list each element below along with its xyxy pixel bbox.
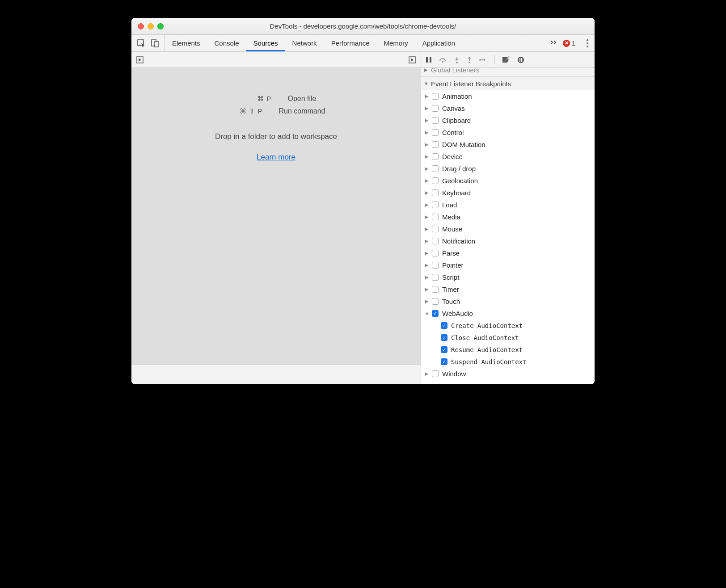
category-checkbox[interactable] — [432, 117, 439, 124]
event-category[interactable]: Control — [421, 126, 595, 139]
category-checkbox[interactable] — [432, 250, 439, 256]
show-debugger-icon[interactable] — [408, 56, 416, 64]
svg-point-8 — [456, 62, 458, 63]
category-checkbox[interactable] — [432, 153, 439, 160]
category-checkbox[interactable] — [432, 177, 439, 184]
breakpoint-checkbox[interactable] — [441, 334, 447, 341]
event-category[interactable]: Mouse — [421, 223, 595, 235]
chevron-down-icon — [425, 311, 430, 316]
pause-icon[interactable] — [426, 57, 432, 63]
breakpoint-checkbox[interactable] — [441, 346, 447, 353]
category-checkbox[interactable] — [432, 202, 439, 208]
category-label: Touch — [442, 298, 460, 305]
settings-menu-icon[interactable] — [587, 39, 588, 47]
step-into-icon[interactable] — [454, 56, 460, 63]
event-category[interactable]: WebAudio — [421, 307, 595, 319]
breakpoint-label: Resume AudioContext — [451, 346, 523, 353]
maximize-window-button[interactable] — [157, 23, 164, 29]
category-checkbox[interactable] — [432, 262, 439, 269]
error-badge[interactable]: ✕ 1 — [563, 40, 575, 47]
tab-elements[interactable]: Elements — [165, 35, 207, 51]
event-category[interactable]: Notification — [421, 235, 595, 247]
category-checkbox[interactable] — [432, 214, 439, 220]
category-checkbox[interactable] — [432, 93, 439, 100]
svg-point-13 — [518, 57, 524, 63]
event-category[interactable]: Clipboard — [421, 114, 595, 126]
event-category[interactable]: Media — [421, 211, 595, 223]
tabs-row: ElementsConsoleSourcesNetworkPerformance… — [131, 35, 595, 52]
event-category[interactable]: Script — [421, 271, 595, 283]
step-icon[interactable] — [479, 57, 487, 63]
global-listeners-section[interactable]: Global Listeners — [421, 68, 595, 77]
breakpoint-checkbox[interactable] — [441, 322, 447, 329]
svg-point-10 — [479, 59, 481, 61]
inspect-element-icon[interactable] — [137, 39, 146, 48]
category-checkbox[interactable] — [432, 370, 439, 377]
pause-on-exceptions-icon[interactable] — [517, 56, 524, 63]
event-listener-breakpoints-section[interactable]: Event Listener Breakpoints — [421, 77, 595, 90]
event-category[interactable]: Device — [421, 151, 595, 163]
tab-performance[interactable]: Performance — [324, 35, 377, 51]
chevron-right-icon — [425, 371, 430, 377]
category-label: Geolocation — [442, 177, 478, 185]
event-category[interactable]: Keyboard — [421, 187, 595, 199]
event-category[interactable]: Timer — [421, 283, 595, 295]
category-checkbox[interactable] — [432, 298, 439, 305]
run-command-label: Run command — [279, 107, 325, 115]
event-category[interactable]: Drag / drop — [421, 163, 595, 175]
tab-application[interactable]: Application — [415, 35, 462, 51]
category-checkbox[interactable] — [432, 310, 439, 317]
svg-rect-6 — [430, 57, 431, 63]
show-navigator-icon[interactable] — [136, 56, 144, 64]
learn-more-link[interactable]: Learn more — [257, 153, 295, 162]
window-title: DevTools - developers.google.com/web/too… — [131, 22, 595, 30]
event-breakpoint-item[interactable]: Resume AudioContext — [421, 344, 595, 356]
event-category[interactable]: Canvas — [421, 102, 595, 114]
step-over-icon[interactable] — [439, 57, 447, 63]
event-breakpoint-item[interactable]: Create AudioContext — [421, 319, 595, 332]
chevron-right-icon — [425, 190, 430, 196]
tab-network[interactable]: Network — [285, 35, 324, 51]
event-category[interactable]: DOM Mutation — [421, 139, 595, 151]
event-category[interactable]: Geolocation — [421, 175, 595, 187]
event-breakpoint-item[interactable]: Suspend AudioContext — [421, 356, 595, 368]
category-checkbox[interactable] — [432, 226, 439, 232]
event-breakpoint-item[interactable]: Close AudioContext — [421, 332, 595, 344]
step-out-icon[interactable] — [467, 56, 472, 63]
chevron-right-icon — [425, 286, 430, 292]
section-label: Event Listener Breakpoints — [431, 80, 511, 88]
tab-sources[interactable]: Sources — [246, 35, 285, 51]
category-checkbox[interactable] — [432, 286, 439, 293]
tab-console[interactable]: Console — [207, 35, 246, 51]
navigator-strip — [131, 52, 421, 68]
deactivate-breakpoints-icon[interactable] — [502, 56, 510, 63]
tab-memory[interactable]: Memory — [377, 35, 415, 51]
chevron-right-icon — [425, 274, 430, 280]
category-checkbox[interactable] — [432, 105, 439, 112]
category-label: Mouse — [442, 225, 462, 233]
category-label: Load — [442, 201, 457, 209]
category-checkbox[interactable] — [432, 141, 439, 148]
sources-empty-state[interactable]: ⌘ P Open file ⌘ ⇧ P Run command Drop in … — [131, 68, 421, 365]
event-category[interactable]: Window — [421, 368, 595, 380]
device-toolbar-icon[interactable] — [151, 39, 159, 48]
category-checkbox[interactable] — [432, 238, 439, 244]
category-label: Pointer — [442, 261, 464, 269]
event-category[interactable]: Load — [421, 199, 595, 211]
category-checkbox[interactable] — [432, 165, 439, 172]
inspect-controls — [131, 35, 165, 51]
event-category[interactable]: Pointer — [421, 259, 595, 271]
event-category[interactable]: Parse — [421, 247, 595, 259]
close-window-button[interactable] — [138, 23, 144, 29]
devtools-window: DevTools - developers.google.com/web/too… — [131, 18, 595, 384]
category-checkbox[interactable] — [432, 274, 439, 281]
category-checkbox[interactable] — [432, 129, 439, 136]
category-label: Timer — [442, 286, 459, 293]
event-category[interactable]: Touch — [421, 295, 595, 307]
more-tabs-icon[interactable] — [550, 39, 558, 47]
event-category[interactable]: Animation — [421, 90, 595, 102]
run-command-shortcut: ⌘ ⇧ P — [227, 107, 262, 115]
category-checkbox[interactable] — [432, 189, 439, 196]
minimize-window-button[interactable] — [148, 23, 154, 29]
breakpoint-checkbox[interactable] — [441, 358, 447, 365]
